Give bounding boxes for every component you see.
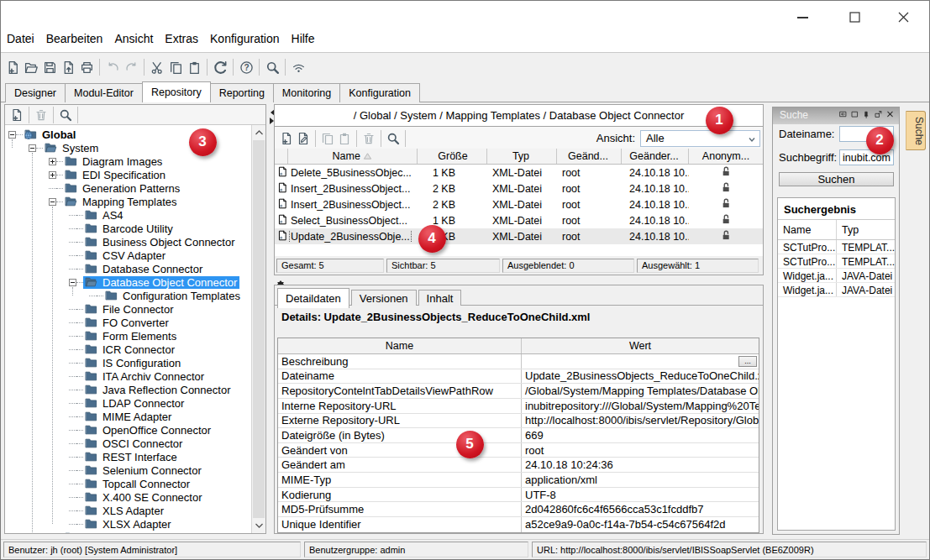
details-row[interactable]: Geändert am24.10.18 10:24:36 [278, 458, 759, 473]
undo-button[interactable] [103, 57, 122, 77]
file-row[interactable]: Insert_2BusinessObject...2 KBXML-Dateiro… [275, 181, 763, 196]
tree-node[interactable]: Barcode Utility [5, 222, 251, 235]
col-typ[interactable]: Typ [487, 149, 557, 164]
menu-konfiguration[interactable]: Konfiguration [204, 25, 286, 52]
search-result-row[interactable]: Widget.ja...JAVA-Datei [778, 283, 895, 297]
details-row[interactable]: Unique Identifiera52ce9a9-0a0c-f14a-7b54… [278, 517, 759, 532]
details-row[interactable]: RepositoryContelntTabDetailsViewPathRow/… [278, 384, 759, 399]
titlebar[interactable] [1, 1, 929, 25]
details-tab-versionen[interactable]: Versionen [351, 290, 417, 306]
panel-close-icon[interactable] [886, 110, 896, 120]
tree-node[interactable]: Topcall Connector [5, 477, 251, 490]
results-col-typ[interactable]: Typ [837, 220, 895, 239]
file-row[interactable]: Insert_2BusinessObject...2 KBXML-Dateiro… [275, 196, 763, 212]
menu-hilfe[interactable]: Hilfe [286, 25, 321, 52]
save-button[interactable] [40, 57, 59, 77]
tree-node[interactable]: Database Object Connector [5, 275, 251, 289]
tree-node[interactable]: CSV Adapter [5, 249, 251, 262]
file-new-file-button[interactable] [278, 128, 295, 149]
tree-node[interactable]: OSCI Connector [5, 437, 251, 450]
tree-node[interactable] [5, 531, 251, 533]
tree-node[interactable]: ICR Connector [5, 343, 251, 356]
tree-expander-icon[interactable] [8, 131, 16, 139]
col-geaender[interactable]: Geänder... [622, 149, 689, 164]
menu-bearbeiten[interactable]: Bearbeiten [40, 25, 109, 52]
tab-reporting[interactable]: Reporting [210, 83, 274, 102]
tab-konfiguration[interactable]: Konfiguration [339, 83, 420, 102]
details-tab-inhalt[interactable]: Inhalt [418, 290, 462, 306]
details-row[interactable]: DateinameUpdate_2BusinessObjects_ReduceT… [278, 369, 759, 385]
file-edit-file-button[interactable] [295, 128, 312, 149]
file-trash-button[interactable] [360, 128, 377, 149]
tree-expander-icon[interactable] [49, 198, 56, 206]
print-button[interactable] [77, 57, 96, 77]
tree-trash-button[interactable] [33, 105, 50, 125]
maximize-icon[interactable] [849, 12, 860, 25]
col-groesse[interactable]: Größe [418, 149, 487, 164]
tree-node[interactable]: IS Configuration [5, 356, 251, 369]
file-row[interactable]: Select_BusinessObject...1 KBXML-Dateiroo… [275, 212, 763, 228]
scroll-down-icon[interactable] [253, 519, 265, 532]
tree-expander-icon[interactable] [69, 279, 76, 286]
panel-dock-icon[interactable] [839, 110, 849, 120]
tree-search-button[interactable] [57, 105, 74, 125]
col-geaend[interactable]: Geänd... [557, 149, 622, 164]
refresh-button[interactable] [211, 57, 229, 77]
cut-button[interactable] [148, 57, 166, 77]
details-row[interactable]: MIME-Typapplication/xml [278, 473, 759, 488]
tree-expander-icon[interactable] [49, 158, 56, 165]
details-row[interactable]: Externe Repository-URLhttp://localhost:8… [278, 414, 759, 429]
tree-node[interactable]: FO Converter [5, 316, 251, 329]
tree-node[interactable]: LDAP Connector [5, 396, 251, 410]
tree-node[interactable]: AS4 [5, 208, 251, 222]
search-side-tab[interactable]: Suche [906, 111, 926, 150]
menu-extras[interactable]: Extras [159, 25, 204, 52]
col-name[interactable]: Name [288, 149, 418, 164]
search-result-row[interactable]: Widget.ja...JAVA-Datei [778, 269, 895, 283]
tree-scrollbar[interactable] [251, 125, 265, 533]
close-icon[interactable] [898, 12, 909, 25]
paste-button[interactable] [185, 57, 203, 77]
search-button[interactable] [263, 57, 281, 77]
tree-node[interactable]: Form Elements [5, 329, 251, 343]
file-row[interactable]: Update_2BusinessObje...1 KBXML-Dateiroot… [275, 228, 763, 244]
vertical-splitter[interactable] [267, 107, 274, 126]
tree-node[interactable]: File Connector [5, 302, 251, 316]
panel-detach-icon[interactable] [875, 110, 884, 120]
copy-button[interactable] [166, 57, 185, 77]
details-row[interactable]: Dateigröße (in Bytes)669 [278, 428, 759, 443]
menu-ansicht[interactable]: Ansicht [108, 25, 159, 52]
tree-node[interactable]: ITA Archiv Connector [5, 369, 251, 383]
tab-modul-editor[interactable]: Modul-Editor [65, 83, 143, 102]
tree-new-file-button[interactable] [8, 105, 25, 125]
menu-datei[interactable]: Datei [1, 25, 40, 52]
scroll-up-icon[interactable] [253, 126, 265, 139]
scroll-thumb[interactable] [253, 140, 265, 518]
file-search-button[interactable] [385, 128, 402, 149]
details-row[interactable]: Interne Repository-URLinubitrepository:/… [278, 399, 759, 414]
tree-node[interactable]: MIME Adapter [5, 410, 251, 423]
tab-monitoring[interactable]: Monitoring [273, 83, 340, 102]
tree-expander-icon[interactable] [49, 171, 56, 179]
search-result-row[interactable]: SCTutPro...TEMPLAT... [778, 240, 895, 254]
open-folder-button[interactable] [22, 57, 40, 77]
tree-node[interactable]: XLS Adapter [5, 504, 251, 517]
view-dropdown[interactable]: Alle [640, 130, 760, 147]
results-col-name[interactable]: Name [778, 220, 837, 239]
file-row[interactable]: Delete_5BusinessObjec...1 KBXML-Dateiroo… [275, 165, 763, 181]
file-paste-button[interactable] [336, 128, 353, 149]
search-result-row[interactable]: SCTutPro...TEMPLAT... [778, 254, 895, 269]
new-file-button[interactable] [3, 57, 22, 77]
tree-node[interactable]: Selenium Connector [5, 463, 251, 477]
details-row[interactable]: MD5-Prüfsumme2d042860fc6c4f6566cca53c1fc… [278, 502, 759, 517]
ellipsis-button[interactable]: ... [738, 356, 757, 367]
tree-node[interactable]: Database Connector [5, 262, 251, 275]
details-row[interactable]: Beschreibung... [278, 354, 759, 369]
search-button[interactable]: Suchen [779, 172, 894, 186]
tree-node[interactable]: Configuration Templates [5, 289, 251, 302]
details-tab-detaildaten[interactable]: Detaildaten [277, 288, 349, 308]
tree-node[interactable]: Generation Patterns [5, 181, 251, 195]
tab-designer[interactable]: Designer [5, 83, 66, 102]
wifi-button[interactable] [289, 57, 307, 77]
tab-repository[interactable]: Repository [142, 81, 211, 102]
